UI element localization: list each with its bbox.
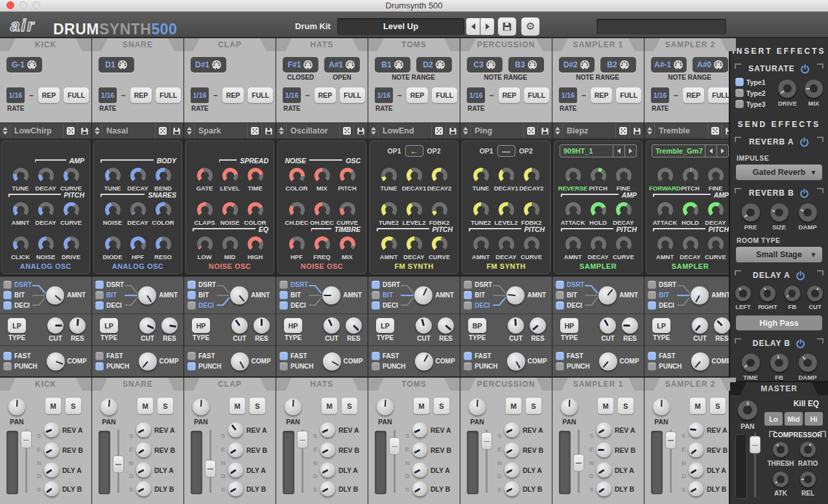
send-reverb-b-knob[interactable]: [228, 442, 243, 457]
fast-checkbox[interactable]: [95, 352, 104, 360]
dsrt-checkbox[interactable]: [556, 281, 564, 289]
comp-attack-knob[interactable]: [773, 472, 788, 487]
knob-noise[interactable]: [105, 202, 121, 218]
filter-resonance-knob[interactable]: [438, 317, 454, 334]
knob-decay[interactable]: [130, 168, 146, 183]
preset-spinner[interactable]: [92, 123, 102, 139]
comp-knob[interactable]: [231, 352, 249, 371]
note-assign-button[interactable]: B1: [375, 57, 410, 73]
fast-checkbox[interactable]: [187, 352, 196, 360]
delay-b-time-knob[interactable]: [742, 354, 760, 372]
save-preset-button[interactable]: [261, 123, 276, 139]
power-icon[interactable]: [799, 137, 809, 147]
full-button[interactable]: FULL: [340, 87, 365, 103]
deci-checkbox[interactable]: [372, 301, 380, 310]
send-delay-a-knob[interactable]: [136, 463, 151, 477]
preset-spinner[interactable]: [184, 123, 195, 139]
drive-knob[interactable]: [778, 80, 796, 98]
preset-name[interactable]: LowChirp: [10, 126, 63, 135]
filter-cutoff-knob[interactable]: [600, 317, 616, 334]
send-reverb-a-knob[interactable]: [597, 422, 611, 437]
sample-prev-button[interactable]: [613, 145, 624, 157]
send-delay-b-knob[interactable]: [597, 481, 611, 496]
send-reverb-b-knob[interactable]: [136, 442, 151, 457]
send-delay-a-knob[interactable]: [689, 463, 704, 477]
send-reverb-a-knob[interactable]: [412, 422, 427, 437]
knob-low[interactable]: [197, 236, 213, 252]
solo-button[interactable]: S: [618, 398, 633, 414]
note-assign-button[interactable]: D1: [99, 57, 134, 73]
room-type-dropdown[interactable]: Small Stage▼: [736, 247, 822, 262]
dsrt-checkbox[interactable]: [3, 281, 12, 289]
crush-amount-knob[interactable]: [322, 286, 340, 304]
send-reverb-a-knob[interactable]: [228, 422, 243, 437]
impulse-dropdown[interactable]: Gated Reverb▼: [736, 165, 822, 180]
punch-checkbox[interactable]: [279, 362, 288, 371]
knob-level2[interactable]: [499, 202, 514, 218]
knob-level[interactable]: [222, 168, 238, 183]
fader-handle[interactable]: [665, 431, 676, 449]
repeat-button[interactable]: REP: [314, 87, 337, 103]
send-reverb-b-knob[interactable]: [689, 442, 704, 457]
full-button[interactable]: FULL: [432, 87, 457, 103]
delay-left-knob[interactable]: [735, 286, 751, 301]
reverb-damp-knob[interactable]: [799, 203, 817, 222]
dsrt-checkbox[interactable]: [95, 281, 104, 289]
deci-checkbox[interactable]: [648, 301, 656, 310]
send-delay-b-knob[interactable]: [136, 481, 151, 496]
punch-checkbox[interactable]: [95, 362, 104, 371]
repeat-button[interactable]: REP: [591, 87, 613, 103]
rate-value-box[interactable]: 1/16: [283, 87, 301, 103]
bit-checkbox[interactable]: [648, 291, 656, 299]
knob-decay2[interactable]: [524, 168, 539, 183]
bit-checkbox[interactable]: [3, 291, 12, 299]
knob-time[interactable]: [248, 168, 263, 183]
deci-checkbox[interactable]: [187, 301, 196, 310]
volume-fader[interactable]: [394, 430, 396, 493]
crush-amount-knob[interactable]: [138, 286, 156, 304]
knob-curve[interactable]: [64, 168, 79, 183]
crush-amount-knob[interactable]: [46, 286, 64, 304]
filter-cutoff-knob[interactable]: [416, 317, 432, 334]
send-reverb-b-knob[interactable]: [504, 442, 519, 457]
fast-checkbox[interactable]: [556, 352, 564, 360]
saturate-type1-checkbox[interactable]: [735, 78, 744, 86]
comp-ratio-knob[interactable]: [800, 442, 816, 457]
deci-checkbox[interactable]: [279, 301, 288, 310]
filter-cutoff-knob[interactable]: [47, 317, 64, 334]
sample-next-button[interactable]: [716, 145, 728, 157]
knob-hpf[interactable]: [289, 236, 305, 252]
knob-decay[interactable]: [130, 202, 146, 218]
note-assign-button-2[interactable]: A#0: [692, 57, 728, 73]
preset-name[interactable]: Nasal: [102, 126, 155, 135]
randomize-button[interactable]: [523, 123, 538, 139]
send-reverb-b-knob[interactable]: [412, 442, 427, 457]
randomize-button[interactable]: [63, 123, 77, 139]
send-delay-a-knob[interactable]: [504, 463, 519, 477]
volume-fader[interactable]: [578, 430, 580, 493]
note-assign-button-2[interactable]: A#1: [324, 57, 360, 73]
deci-checkbox[interactable]: [556, 301, 564, 310]
solo-button[interactable]: S: [342, 398, 357, 414]
knob-drive[interactable]: [64, 236, 79, 252]
note-assign-button-2[interactable]: B3: [508, 57, 544, 73]
note-assign-button[interactable]: D#2: [559, 57, 595, 73]
crush-amount-knob[interactable]: [691, 286, 709, 304]
knob-pitch[interactable]: [683, 168, 698, 183]
randomize-button[interactable]: [431, 123, 445, 139]
send-delay-b-knob[interactable]: [504, 481, 519, 496]
knob-decay1[interactable]: [407, 168, 422, 183]
filter-resonance-knob[interactable]: [254, 317, 270, 334]
preset-name[interactable]: Ping: [471, 126, 523, 135]
kill-mid-button[interactable]: Mid: [785, 412, 803, 426]
mute-button[interactable]: M: [414, 398, 429, 414]
mute-button[interactable]: M: [598, 398, 613, 414]
send-reverb-a-knob[interactable]: [44, 422, 59, 437]
randomize-button[interactable]: [707, 123, 722, 139]
send-delay-b-knob[interactable]: [320, 481, 335, 496]
kill-lo-button[interactable]: Lo: [764, 412, 783, 426]
volume-fader[interactable]: [117, 430, 119, 493]
knob-decay[interactable]: [407, 236, 422, 252]
mute-button[interactable]: M: [137, 398, 153, 414]
bit-checkbox[interactable]: [464, 291, 472, 299]
